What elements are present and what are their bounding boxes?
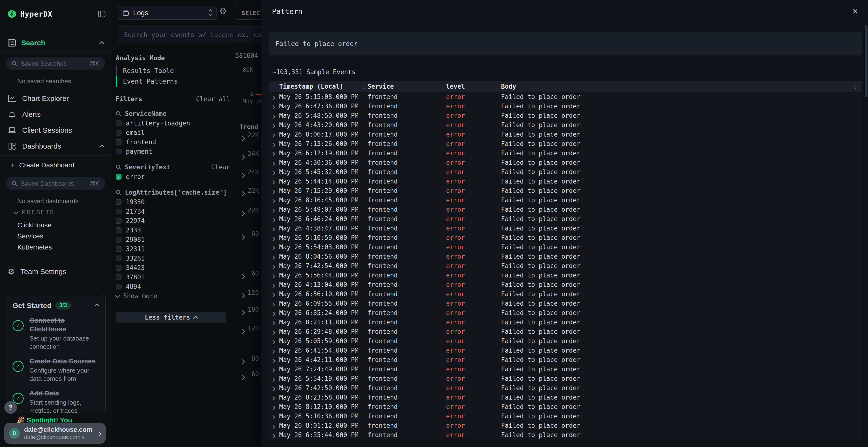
collapse-sidebar-icon[interactable] bbox=[98, 10, 105, 18]
filter-clear-button[interactable]: Clear bbox=[211, 164, 230, 171]
event-row[interactable]: May 26 5:10:59.000 PM frontend error Fai… bbox=[269, 233, 862, 242]
sidebar-item-dashboards[interactable]: Dashboards bbox=[0, 138, 112, 154]
checkbox[interactable] bbox=[116, 121, 122, 126]
event-row[interactable]: May 26 6:47:36.000 PM frontend error Fai… bbox=[269, 101, 862, 111]
filter-option[interactable]: 21734 bbox=[116, 207, 230, 216]
col-level[interactable]: level bbox=[446, 83, 495, 90]
row-expand-chevron-icon[interactable] bbox=[269, 252, 279, 261]
pattern-row[interactable]: 120 bbox=[235, 325, 261, 332]
event-row[interactable]: May 26 4:43:20.000 PM frontend error Fai… bbox=[269, 120, 862, 130]
column-divider-icon[interactable]: ⋮ bbox=[495, 83, 501, 90]
source-settings-gear-icon[interactable]: ⚙ bbox=[219, 6, 227, 16]
event-row[interactable]: May 26 6:56:10.000 PM frontend error Fai… bbox=[269, 289, 862, 299]
expand-chevron-icon[interactable] bbox=[241, 232, 244, 241]
row-expand-chevron-icon[interactable] bbox=[269, 355, 279, 365]
checkbox[interactable] bbox=[116, 130, 122, 136]
row-expand-chevron-icon[interactable] bbox=[269, 299, 279, 308]
expand-chevron-icon[interactable] bbox=[241, 152, 244, 161]
clear-all-button[interactable]: Clear all bbox=[196, 95, 230, 103]
expand-chevron-icon[interactable] bbox=[241, 271, 244, 280]
sidebar-item-team-settings[interactable]: ⚙ Team Settings bbox=[8, 266, 66, 277]
saved-dashboards-input[interactable]: Saved Dashboards ⌘K bbox=[6, 177, 105, 190]
pattern-row[interactable]: 120 bbox=[235, 289, 261, 297]
event-row[interactable]: May 26 5:05:59.000 PM frontend error Fai… bbox=[269, 336, 862, 346]
checkbox[interactable] bbox=[116, 139, 122, 145]
event-row[interactable]: May 26 7:13:26.000 PM frontend error Fai… bbox=[269, 139, 862, 148]
event-row[interactable]: May 26 7:42:50.000 PM frontend error Fai… bbox=[269, 383, 862, 392]
row-expand-chevron-icon[interactable] bbox=[269, 233, 279, 242]
expand-chevron-icon[interactable] bbox=[241, 372, 244, 381]
pattern-row[interactable]: 22K bbox=[235, 132, 261, 139]
event-row[interactable]: May 26 4:30:36.000 PM frontend error Fai… bbox=[269, 158, 862, 167]
analysis-mode-event-patterns[interactable]: Event Patterns bbox=[116, 76, 227, 87]
row-expand-chevron-icon[interactable] bbox=[269, 167, 279, 176]
search-icon[interactable] bbox=[116, 164, 122, 170]
event-row[interactable]: May 26 5:15:08.000 PM frontend error Fai… bbox=[269, 92, 862, 101]
event-row[interactable]: May 26 8:16:45.000 PM frontend error Fai… bbox=[269, 195, 862, 205]
sidebar-item-chart-explorer[interactable]: Chart Explorer bbox=[0, 91, 112, 106]
checked-checkbox[interactable]: ✓ bbox=[116, 174, 122, 180]
row-expand-chevron-icon[interactable] bbox=[269, 196, 279, 205]
row-expand-chevron-icon[interactable] bbox=[269, 337, 279, 346]
row-expand-chevron-icon[interactable] bbox=[269, 271, 279, 280]
row-expand-chevron-icon[interactable] bbox=[269, 289, 279, 299]
get-started-task[interactable]: ✓ Create Data Sources Configure where yo… bbox=[12, 357, 99, 383]
event-row[interactable]: May 26 6:35:24.000 PM frontend error Fai… bbox=[269, 308, 862, 317]
presets-toggle[interactable]: PRESETS bbox=[14, 209, 55, 215]
search-section-chevron-up-icon[interactable] bbox=[100, 38, 104, 47]
filter-option[interactable]: 33261 bbox=[116, 253, 230, 263]
row-expand-chevron-icon[interactable] bbox=[269, 318, 279, 327]
sidebar-item-client-sessions[interactable]: Client Sessions bbox=[0, 122, 112, 138]
column-divider-icon[interactable]: ⋮ bbox=[361, 83, 368, 90]
checkbox[interactable] bbox=[116, 255, 122, 261]
event-row[interactable]: May 26 8:04:56.000 PM frontend error Fai… bbox=[269, 252, 862, 261]
checkbox[interactable] bbox=[116, 274, 122, 280]
row-expand-chevron-icon[interactable] bbox=[269, 92, 279, 101]
row-expand-chevron-icon[interactable] bbox=[269, 365, 279, 374]
col-service[interactable]: Service bbox=[368, 83, 440, 90]
event-row[interactable]: May 26 7:42:54.000 PM frontend error Fai… bbox=[269, 261, 862, 271]
table-menu-icon[interactable]: ⋮ bbox=[849, 83, 862, 90]
less-filters-button[interactable]: Less filters bbox=[116, 312, 226, 323]
row-expand-chevron-icon[interactable] bbox=[269, 121, 279, 130]
column-divider-icon[interactable]: ⋮ bbox=[440, 83, 446, 90]
get-started-task[interactable]: ✓ Connect to ClickHouse Set up your data… bbox=[12, 316, 99, 351]
event-row[interactable]: May 26 8:23:58.000 PM frontend error Fai… bbox=[269, 392, 862, 402]
event-row[interactable]: May 26 6:25:44.000 PM frontend error Fai… bbox=[269, 430, 862, 439]
filter-option[interactable]: 34423 bbox=[116, 263, 230, 272]
checkbox[interactable] bbox=[116, 148, 122, 154]
analysis-mode-results-table[interactable]: Results Table bbox=[116, 66, 227, 76]
event-row[interactable]: May 26 5:48:50.000 PM frontend error Fai… bbox=[269, 111, 862, 120]
row-expand-chevron-icon[interactable] bbox=[269, 431, 279, 440]
row-expand-chevron-icon[interactable] bbox=[269, 280, 279, 289]
filter-option[interactable]: ✓ error bbox=[116, 172, 230, 181]
row-expand-chevron-icon[interactable] bbox=[269, 158, 279, 167]
drawer-scrollbar[interactable] bbox=[865, 25, 868, 97]
event-row[interactable]: May 26 7:24:49.000 PM frontend error Fai… bbox=[269, 365, 862, 374]
expand-chevron-icon[interactable] bbox=[241, 170, 244, 179]
expand-chevron-icon[interactable] bbox=[241, 307, 244, 316]
help-button[interactable]: ? bbox=[4, 401, 17, 414]
event-row[interactable]: May 26 6:41:54.000 PM frontend error Fai… bbox=[269, 346, 862, 355]
filter-option[interactable]: 4894 bbox=[116, 282, 230, 291]
get-started-task[interactable]: ✓ Add Data Start sending logs, metrics, … bbox=[12, 389, 99, 413]
checkbox[interactable] bbox=[116, 237, 122, 243]
pattern-row[interactable]: 60 bbox=[235, 370, 261, 378]
pattern-row[interactable]: 60 bbox=[235, 270, 261, 277]
user-menu[interactable]: D dale@clickhouse.com dale@clickhouse.co… bbox=[4, 423, 105, 444]
event-row[interactable]: May 26 5:10:36.000 PM frontend error Fai… bbox=[269, 411, 862, 421]
pattern-row[interactable]: 180 bbox=[235, 306, 261, 314]
filter-option[interactable]: 19350 bbox=[116, 197, 230, 207]
pattern-row[interactable]: 22K bbox=[235, 207, 261, 214]
sidebar-item-alerts[interactable]: Alerts bbox=[0, 106, 112, 122]
event-row[interactable]: May 26 5:45:32.000 PM frontend error Fai… bbox=[269, 167, 862, 176]
row-expand-chevron-icon[interactable] bbox=[269, 148, 279, 158]
pattern-row[interactable]: 24K bbox=[235, 169, 261, 176]
filter-option[interactable]: email bbox=[116, 128, 230, 137]
event-row[interactable]: May 26 8:21:11.000 PM frontend error Fai… bbox=[269, 317, 862, 327]
pattern-row[interactable]: 60 bbox=[235, 230, 261, 238]
row-expand-chevron-icon[interactable] bbox=[269, 177, 279, 186]
close-icon[interactable]: × bbox=[852, 7, 858, 16]
event-row[interactable]: May 26 6:09:55.000 PM frontend error Fai… bbox=[269, 299, 862, 308]
row-expand-chevron-icon[interactable] bbox=[269, 308, 279, 317]
